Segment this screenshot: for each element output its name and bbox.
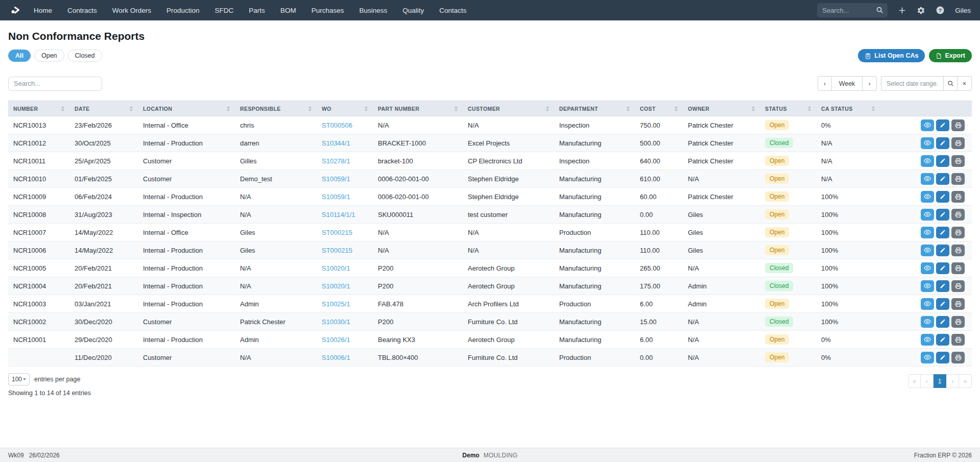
print-row-button[interactable] <box>951 209 965 221</box>
view-row-button[interactable] <box>921 227 934 238</box>
filter-all[interactable]: All <box>8 50 31 62</box>
nav-item-bom[interactable]: BOM <box>280 7 296 14</box>
pagination-first[interactable]: « <box>908 374 921 388</box>
date-clear-button[interactable]: × <box>958 76 972 91</box>
wo-link[interactable]: S10006/1 <box>322 354 350 361</box>
column-status[interactable]: STATUS <box>760 101 816 116</box>
print-row-button[interactable] <box>951 227 965 238</box>
view-row-button[interactable] <box>921 316 934 328</box>
print-row-button[interactable] <box>951 173 965 185</box>
print-row-button[interactable] <box>951 280 965 292</box>
wo-link[interactable]: S10278/1 <box>322 157 350 165</box>
sort-icon[interactable] <box>130 106 134 111</box>
view-row-button[interactable] <box>921 155 934 167</box>
help-icon[interactable]: ? <box>936 6 945 15</box>
print-row-button[interactable] <box>951 334 965 346</box>
list-open-cas-button[interactable]: List Open CAs <box>858 49 925 62</box>
nav-item-parts[interactable]: Parts <box>249 7 265 14</box>
week-button[interactable]: Week <box>832 76 863 91</box>
sort-icon[interactable] <box>546 106 550 111</box>
search-icon[interactable] <box>876 6 883 16</box>
edit-row-button[interactable] <box>936 137 949 149</box>
view-row-button[interactable] <box>921 245 934 256</box>
filter-closed[interactable]: Closed <box>68 50 102 62</box>
wo-link[interactable]: S10020/1 <box>322 264 350 272</box>
edit-row-button[interactable] <box>936 334 949 346</box>
sort-icon[interactable] <box>627 106 631 111</box>
sort-icon[interactable] <box>455 106 459 111</box>
column-owner[interactable]: OWNER <box>683 101 760 116</box>
pagination-next[interactable]: › <box>946 374 959 388</box>
view-row-button[interactable] <box>921 209 934 221</box>
pagination-prev[interactable]: ‹ <box>921 374 934 388</box>
sort-icon[interactable] <box>365 106 369 111</box>
pagination-page-1[interactable]: 1 <box>934 374 946 388</box>
edit-row-button[interactable] <box>936 119 949 131</box>
column-cost[interactable]: COST <box>635 101 683 116</box>
nav-item-production[interactable]: Production <box>166 7 200 14</box>
nav-item-work-orders[interactable]: Work Orders <box>112 7 151 14</box>
column-number[interactable]: NUMBER <box>8 101 69 116</box>
sort-icon[interactable] <box>61 106 65 111</box>
edit-row-button[interactable] <box>936 262 949 274</box>
wo-link[interactable]: S10020/1 <box>322 282 350 290</box>
view-row-button[interactable] <box>921 334 934 346</box>
nav-item-sfdc[interactable]: SFDC <box>215 7 234 14</box>
column-ca-status[interactable]: CA STATUS <box>816 101 880 116</box>
column-location[interactable]: LOCATION <box>138 101 235 116</box>
view-row-button[interactable] <box>921 262 934 274</box>
edit-row-button[interactable] <box>936 352 949 363</box>
sort-icon[interactable] <box>872 106 876 111</box>
date-range-input[interactable] <box>881 76 943 91</box>
column-department[interactable]: DEPARTMENT <box>554 101 635 116</box>
print-row-button[interactable] <box>951 137 965 149</box>
pagination-last[interactable]: » <box>959 374 972 388</box>
print-row-button[interactable] <box>951 245 965 256</box>
column-wo[interactable]: WO <box>317 101 373 116</box>
filter-open[interactable]: Open <box>34 50 64 62</box>
sort-icon[interactable] <box>308 106 313 111</box>
user-menu[interactable]: Giles <box>955 7 971 14</box>
export-button[interactable]: Export <box>929 49 972 62</box>
wo-link[interactable]: S10030/1 <box>322 318 350 326</box>
wo-link[interactable]: S10059/1 <box>322 193 350 201</box>
add-icon[interactable] <box>898 6 906 15</box>
sort-icon[interactable] <box>227 106 231 111</box>
week-prev-button[interactable]: ‹ <box>818 76 832 91</box>
wo-link[interactable]: S10059/1 <box>322 175 350 183</box>
wo-link[interactable]: ST000215 <box>322 229 352 236</box>
wo-link[interactable]: S10025/1 <box>322 300 350 308</box>
print-row-button[interactable] <box>951 119 965 131</box>
nav-item-purchases[interactable]: Purchases <box>312 7 344 14</box>
sort-icon[interactable] <box>752 106 756 111</box>
edit-row-button[interactable] <box>936 227 949 238</box>
nav-item-home[interactable]: Home <box>34 7 52 14</box>
nav-item-quality[interactable]: Quality <box>402 7 424 14</box>
view-row-button[interactable] <box>921 119 934 131</box>
wo-link[interactable]: S10114/1/1 <box>322 211 355 218</box>
column-responsible[interactable]: RESPONSIBLE <box>235 101 317 116</box>
column-customer[interactable]: CUSTOMER <box>463 101 554 116</box>
wo-link[interactable]: ST000506 <box>322 121 352 129</box>
sort-icon[interactable] <box>675 106 679 111</box>
nav-item-contracts[interactable]: Contracts <box>67 7 97 14</box>
print-row-button[interactable] <box>951 155 965 167</box>
view-row-button[interactable] <box>921 280 934 292</box>
sort-icon[interactable] <box>808 106 812 111</box>
view-row-button[interactable] <box>921 298 934 310</box>
week-next-button[interactable]: › <box>863 76 877 91</box>
print-row-button[interactable] <box>951 191 965 203</box>
wo-link[interactable]: S10344/1 <box>322 139 350 147</box>
edit-row-button[interactable] <box>936 316 949 328</box>
view-row-button[interactable] <box>921 137 934 149</box>
view-row-button[interactable] <box>921 191 934 203</box>
wo-link[interactable]: S10026/1 <box>322 336 350 344</box>
date-search-button[interactable] <box>943 76 958 91</box>
edit-row-button[interactable] <box>936 155 949 167</box>
column-part-number[interactable]: PART NUMBER <box>373 101 463 116</box>
view-row-button[interactable] <box>921 173 934 185</box>
edit-row-button[interactable] <box>936 209 949 221</box>
print-row-button[interactable] <box>951 262 965 274</box>
gear-icon[interactable] <box>917 6 925 15</box>
edit-row-button[interactable] <box>936 280 949 292</box>
